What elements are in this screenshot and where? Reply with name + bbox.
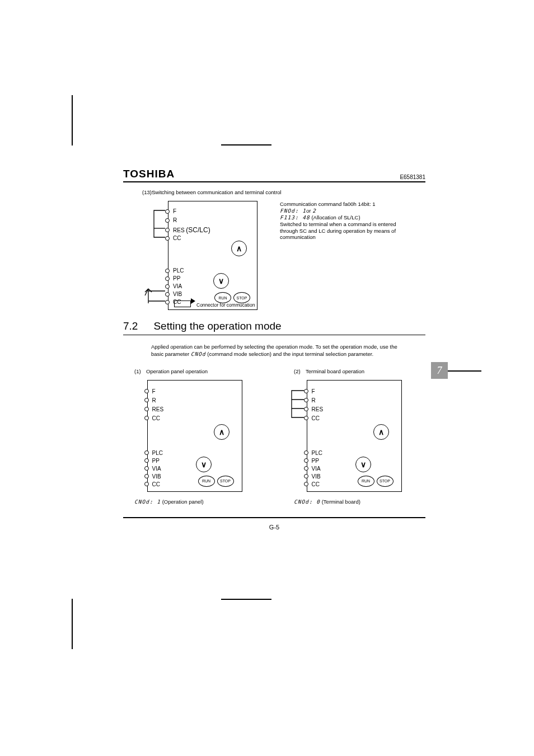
up-button: ∧ — [231, 241, 247, 256]
diagram-13: F R RES (SC/LC) CC PLC PP VIA VIB CC — [168, 201, 257, 310]
down-button: ∨ — [196, 457, 212, 472]
crop-mark — [72, 95, 73, 145]
note-line: Switched to terminal when a command is e… — [280, 221, 409, 241]
column-2: (2) Terminal board operation F R RES CC … — [283, 368, 425, 505]
terminal-label: CC — [152, 415, 160, 421]
stop-button: STOP — [233, 292, 250, 303]
run-button: RUN — [214, 292, 231, 303]
section-number: 7.2 — [123, 320, 138, 332]
terminal-label: VIA — [152, 466, 161, 472]
note-line: FNOd: 1or 2 — [280, 208, 409, 214]
crop-mark — [442, 370, 481, 372]
connector-box — [174, 300, 191, 307]
col1-title: (1) Operation panel operation — [134, 368, 208, 374]
terminal-label: F — [173, 208, 176, 214]
section-tab: 7 — [431, 362, 448, 379]
terminal-label: RES — [312, 406, 324, 412]
terminal-label: CC — [312, 415, 320, 421]
col2-title: (2) Terminal board operation — [294, 368, 364, 374]
terminal-label: PLC — [152, 450, 163, 456]
down-button: ∨ — [213, 273, 229, 289]
terminal-label: VIB — [312, 473, 321, 480]
terminal-label: CC — [173, 235, 181, 241]
terminal-label: F — [312, 388, 315, 395]
section-title: Setting the operation mode — [153, 320, 281, 332]
terminal-label: CC — [312, 481, 320, 487]
up-button: ∧ — [214, 424, 229, 440]
terminal-label: R — [312, 397, 316, 403]
terminal-label: PP — [152, 458, 160, 464]
connector-label: Connector for commucation — [196, 302, 255, 308]
terminal-label: PLC — [173, 267, 184, 274]
page-number: G-5 — [123, 524, 425, 530]
run-button: RUN — [358, 476, 374, 487]
col2-caption: CNOd: 0 (Terminal board) — [294, 499, 360, 505]
page-header: TOSHIBA E6581381 — [123, 168, 425, 182]
terminal-label: RES (SC/LC) — [173, 226, 210, 234]
terminal-label: VIA — [312, 466, 321, 472]
two-column-diagrams: (1) Operation panel operation F R RES CC… — [123, 368, 425, 505]
item-13-title: (13)Switching between communication and … — [156, 189, 425, 195]
terminal-label: R — [152, 397, 156, 403]
stop-button: STOP — [217, 476, 234, 487]
terminal-label: PLC — [312, 450, 322, 456]
down-button: ∨ — [355, 457, 371, 472]
col1-caption: CNOd: 1 (Operation panel) — [134, 499, 204, 505]
terminal-label: VIA — [173, 283, 182, 289]
header-rule — [123, 181, 425, 182]
section-paragraph: Applied operation can be performed by se… — [151, 343, 403, 358]
inverter-device: F R RES CC PLC PP VIA VIB CC ∧ ∨ RUN STO… — [147, 380, 242, 492]
terminal-label: CC — [152, 481, 160, 487]
doc-number: E6581381 — [400, 174, 425, 180]
section-heading: 7.2 Setting the operation mode — [123, 320, 425, 335]
note-line: Communication command fa00h 14bit: 1 — [280, 201, 409, 208]
crop-mark — [72, 599, 73, 649]
logo: TOSHIBA — [123, 168, 175, 180]
crop-mark — [221, 599, 271, 600]
crop-mark — [221, 144, 271, 145]
inverter-device: F R RES CC PLC PP VIA VIB CC ∧ ∨ RUN STO… — [307, 380, 402, 492]
terminal-label: R — [173, 217, 177, 223]
terminal-label: VIB — [152, 473, 161, 480]
terminal-label: F — [152, 388, 156, 395]
arrow-icon — [191, 298, 195, 304]
inverter-device: F R RES (SC/LC) CC PLC PP VIA VIB CC — [168, 201, 257, 310]
page-content: TOSHIBA E6581381 (13)Switching between c… — [123, 168, 425, 530]
wiring — [286, 387, 307, 421]
panel-buttons: ∧ — [231, 241, 247, 256]
footer-rule — [123, 517, 425, 518]
terminal-label: PP — [173, 275, 180, 281]
wiring — [145, 207, 168, 308]
command-note: Communication command fa00h 14bit: 1 FNO… — [280, 201, 409, 241]
up-button: ∧ — [373, 424, 389, 440]
stop-button: STOP — [377, 476, 394, 487]
column-1: (1) Operation panel operation F R RES CC… — [123, 368, 266, 505]
terminal-label: VIB — [173, 291, 182, 297]
run-button: RUN — [198, 476, 215, 487]
terminal-label: PP — [312, 458, 319, 464]
note-line: F113: 48 (Allocation of SL/LC) — [280, 214, 409, 221]
terminal-label: RES — [152, 406, 164, 412]
